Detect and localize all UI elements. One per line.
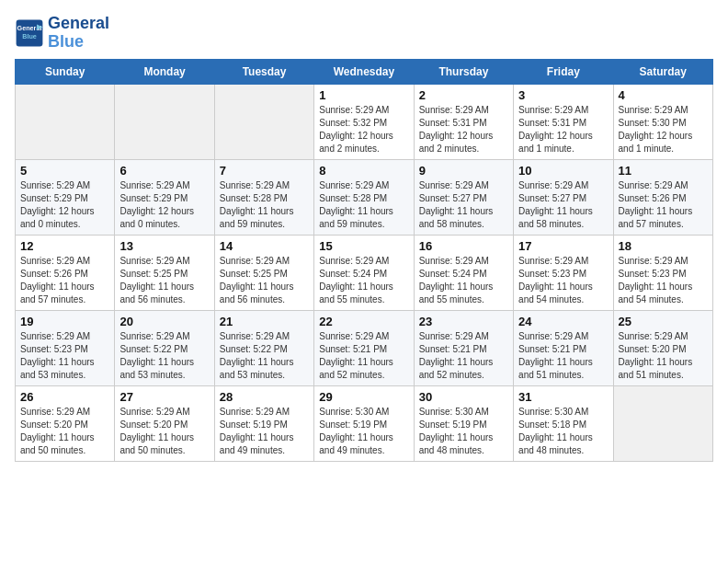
day-number: 5 bbox=[20, 164, 109, 178]
calendar-cell: 25Sunrise: 5:29 AMSunset: 5:20 PMDayligh… bbox=[613, 310, 712, 385]
day-number: 23 bbox=[419, 315, 508, 328]
calendar-body: 1Sunrise: 5:29 AMSunset: 5:32 PMDaylight… bbox=[16, 84, 713, 461]
day-number: 30 bbox=[419, 390, 508, 404]
calendar-week-row: 5Sunrise: 5:29 AMSunset: 5:29 PMDaylight… bbox=[16, 159, 713, 235]
day-number: 1 bbox=[319, 88, 408, 102]
logo: General Blue GeneralBlue bbox=[15, 15, 109, 52]
weekday-header-saturday: Saturday bbox=[613, 59, 712, 84]
day-number: 16 bbox=[419, 239, 508, 253]
day-info: Sunrise: 5:29 AMSunset: 5:25 PMDaylight:… bbox=[119, 255, 209, 306]
calendar-cell: 26Sunrise: 5:29 AMSunset: 5:20 PMDayligh… bbox=[16, 385, 115, 461]
day-info: Sunrise: 5:30 AMSunset: 5:19 PMDaylight:… bbox=[419, 406, 508, 457]
day-info: Sunrise: 5:29 AMSunset: 5:32 PMDaylight:… bbox=[319, 104, 408, 155]
calendar-cell: 23Sunrise: 5:29 AMSunset: 5:21 PMDayligh… bbox=[414, 310, 513, 385]
calendar-cell: 8Sunrise: 5:29 AMSunset: 5:28 PMDaylight… bbox=[314, 159, 414, 235]
calendar-cell: 21Sunrise: 5:29 AMSunset: 5:22 PMDayligh… bbox=[214, 310, 313, 385]
weekday-header-thursday: Thursday bbox=[414, 59, 513, 84]
day-info: Sunrise: 5:29 AMSunset: 5:20 PMDaylight:… bbox=[20, 406, 109, 457]
day-number: 18 bbox=[619, 239, 708, 253]
day-info: Sunrise: 5:29 AMSunset: 5:25 PMDaylight:… bbox=[220, 255, 309, 306]
day-info: Sunrise: 5:29 AMSunset: 5:23 PMDaylight:… bbox=[619, 255, 708, 306]
weekday-header-wednesday: Wednesday bbox=[314, 59, 414, 84]
calendar-header-row: SundayMondayTuesdayWednesdayThursdayFrid… bbox=[16, 59, 713, 84]
day-number: 28 bbox=[220, 390, 309, 404]
logo-icon: General Blue bbox=[15, 18, 44, 48]
day-info: Sunrise: 5:29 AMSunset: 5:19 PMDaylight:… bbox=[220, 406, 309, 457]
calendar-cell: 11Sunrise: 5:29 AMSunset: 5:26 PMDayligh… bbox=[613, 159, 712, 235]
calendar-table: SundayMondayTuesdayWednesdayThursdayFrid… bbox=[15, 59, 713, 462]
calendar-cell: 16Sunrise: 5:29 AMSunset: 5:24 PMDayligh… bbox=[414, 235, 513, 310]
calendar-cell bbox=[16, 84, 115, 159]
day-info: Sunrise: 5:29 AMSunset: 5:27 PMDaylight:… bbox=[419, 179, 508, 231]
weekday-header-monday: Monday bbox=[115, 59, 214, 84]
calendar-cell: 22Sunrise: 5:29 AMSunset: 5:21 PMDayligh… bbox=[314, 310, 414, 385]
day-number: 29 bbox=[319, 390, 408, 404]
day-number: 21 bbox=[220, 315, 309, 328]
day-number: 15 bbox=[319, 239, 408, 253]
day-info: Sunrise: 5:29 AMSunset: 5:31 PMDaylight:… bbox=[419, 104, 508, 155]
weekday-header-sunday: Sunday bbox=[16, 59, 115, 84]
calendar-cell: 27Sunrise: 5:29 AMSunset: 5:20 PMDayligh… bbox=[115, 385, 214, 461]
day-number: 22 bbox=[319, 315, 408, 328]
day-number: 26 bbox=[20, 390, 109, 404]
day-info: Sunrise: 5:29 AMSunset: 5:22 PMDaylight:… bbox=[119, 330, 209, 382]
day-info: Sunrise: 5:29 AMSunset: 5:28 PMDaylight:… bbox=[319, 179, 408, 231]
day-number: 10 bbox=[518, 164, 608, 178]
day-number: 20 bbox=[119, 315, 209, 328]
calendar-cell: 14Sunrise: 5:29 AMSunset: 5:25 PMDayligh… bbox=[214, 235, 313, 310]
day-info: Sunrise: 5:29 AMSunset: 5:23 PMDaylight:… bbox=[518, 255, 608, 306]
day-info: Sunrise: 5:29 AMSunset: 5:24 PMDaylight:… bbox=[419, 255, 508, 306]
calendar-cell: 9Sunrise: 5:29 AMSunset: 5:27 PMDaylight… bbox=[414, 159, 513, 235]
day-number: 24 bbox=[518, 315, 608, 328]
day-info: Sunrise: 5:29 AMSunset: 5:23 PMDaylight:… bbox=[20, 330, 109, 382]
calendar-cell: 17Sunrise: 5:29 AMSunset: 5:23 PMDayligh… bbox=[514, 235, 613, 310]
day-info: Sunrise: 5:29 AMSunset: 5:21 PMDaylight:… bbox=[518, 330, 608, 382]
day-number: 11 bbox=[619, 164, 708, 178]
calendar-cell: 3Sunrise: 5:29 AMSunset: 5:31 PMDaylight… bbox=[514, 84, 613, 159]
calendar-cell: 2Sunrise: 5:29 AMSunset: 5:31 PMDaylight… bbox=[414, 84, 513, 159]
day-info: Sunrise: 5:29 AMSunset: 5:31 PMDaylight:… bbox=[518, 104, 608, 155]
day-number: 3 bbox=[518, 88, 608, 102]
day-number: 2 bbox=[419, 88, 508, 102]
calendar-cell: 4Sunrise: 5:29 AMSunset: 5:30 PMDaylight… bbox=[613, 84, 712, 159]
svg-text:Blue: Blue bbox=[22, 31, 37, 40]
day-number: 13 bbox=[119, 239, 209, 253]
day-info: Sunrise: 5:29 AMSunset: 5:27 PMDaylight:… bbox=[518, 179, 608, 231]
day-number: 8 bbox=[319, 164, 408, 178]
day-number: 6 bbox=[119, 164, 209, 178]
calendar-cell bbox=[214, 84, 313, 159]
calendar-cell bbox=[613, 385, 712, 461]
day-info: Sunrise: 5:30 AMSunset: 5:19 PMDaylight:… bbox=[319, 406, 408, 457]
logo-text: GeneralBlue bbox=[48, 15, 109, 52]
day-number: 12 bbox=[20, 239, 109, 253]
calendar-cell: 28Sunrise: 5:29 AMSunset: 5:19 PMDayligh… bbox=[214, 385, 313, 461]
weekday-header-tuesday: Tuesday bbox=[214, 59, 313, 84]
day-number: 7 bbox=[220, 164, 309, 178]
day-info: Sunrise: 5:29 AMSunset: 5:22 PMDaylight:… bbox=[220, 330, 309, 382]
calendar-cell: 18Sunrise: 5:29 AMSunset: 5:23 PMDayligh… bbox=[613, 235, 712, 310]
day-info: Sunrise: 5:29 AMSunset: 5:20 PMDaylight:… bbox=[119, 406, 209, 457]
page-header: General Blue GeneralBlue bbox=[15, 15, 713, 52]
day-number: 31 bbox=[518, 390, 608, 404]
calendar-cell bbox=[115, 84, 214, 159]
calendar-week-row: 12Sunrise: 5:29 AMSunset: 5:26 PMDayligh… bbox=[16, 235, 713, 310]
calendar-cell: 15Sunrise: 5:29 AMSunset: 5:24 PMDayligh… bbox=[314, 235, 414, 310]
day-info: Sunrise: 5:29 AMSunset: 5:21 PMDaylight:… bbox=[419, 330, 508, 382]
day-number: 9 bbox=[419, 164, 508, 178]
day-number: 27 bbox=[119, 390, 209, 404]
day-info: Sunrise: 5:29 AMSunset: 5:29 PMDaylight:… bbox=[119, 179, 209, 231]
day-info: Sunrise: 5:29 AMSunset: 5:30 PMDaylight:… bbox=[619, 104, 708, 155]
calendar-cell: 6Sunrise: 5:29 AMSunset: 5:29 PMDaylight… bbox=[115, 159, 214, 235]
day-info: Sunrise: 5:29 AMSunset: 5:24 PMDaylight:… bbox=[319, 255, 408, 306]
calendar-cell: 10Sunrise: 5:29 AMSunset: 5:27 PMDayligh… bbox=[514, 159, 613, 235]
day-info: Sunrise: 5:29 AMSunset: 5:26 PMDaylight:… bbox=[20, 255, 109, 306]
day-info: Sunrise: 5:29 AMSunset: 5:29 PMDaylight:… bbox=[20, 179, 109, 231]
calendar-cell: 31Sunrise: 5:30 AMSunset: 5:18 PMDayligh… bbox=[514, 385, 613, 461]
day-info: Sunrise: 5:29 AMSunset: 5:21 PMDaylight:… bbox=[319, 330, 408, 382]
day-number: 17 bbox=[518, 239, 608, 253]
calendar-cell: 24Sunrise: 5:29 AMSunset: 5:21 PMDayligh… bbox=[514, 310, 613, 385]
calendar-cell: 5Sunrise: 5:29 AMSunset: 5:29 PMDaylight… bbox=[16, 159, 115, 235]
weekday-header-friday: Friday bbox=[514, 59, 613, 84]
calendar-week-row: 1Sunrise: 5:29 AMSunset: 5:32 PMDaylight… bbox=[16, 84, 713, 159]
day-number: 4 bbox=[619, 88, 708, 102]
